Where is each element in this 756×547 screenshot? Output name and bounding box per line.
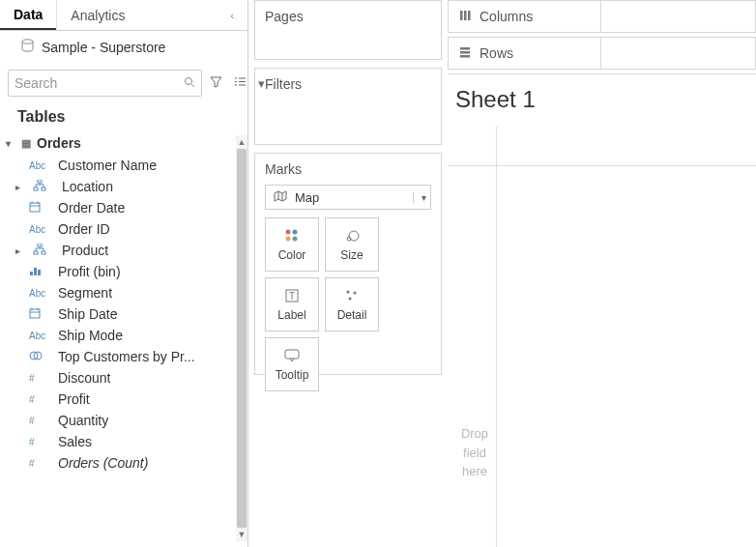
pages-card[interactable]: Pages bbox=[254, 0, 442, 60]
type-number-icon: # bbox=[29, 394, 48, 405]
mark-size-button[interactable]: Size bbox=[325, 217, 379, 272]
field-location[interactable]: ▸ Location bbox=[0, 176, 247, 197]
size-icon bbox=[343, 227, 361, 245]
svg-point-29 bbox=[293, 230, 298, 235]
caret-right-icon: ▸ bbox=[15, 245, 23, 256]
drop-field-hint: Drop field here bbox=[455, 424, 494, 481]
svg-rect-45 bbox=[460, 55, 470, 58]
scroll-down-icon[interactable]: ▼ bbox=[236, 528, 247, 541]
datasource-name: Sample - Superstore bbox=[42, 40, 165, 55]
tab-analytics-label: Analytics bbox=[71, 8, 125, 23]
tab-data[interactable]: Data bbox=[0, 0, 56, 30]
svg-rect-21 bbox=[38, 270, 41, 275]
svg-rect-11 bbox=[42, 187, 45, 190]
mark-tooltip-button[interactable]: Tooltip bbox=[265, 337, 319, 391]
field-order-date[interactable]: Order Date bbox=[0, 197, 247, 218]
tab-analytics[interactable]: Analytics ‹ bbox=[56, 0, 247, 30]
type-number-icon: # bbox=[29, 416, 48, 426]
svg-rect-22 bbox=[30, 309, 40, 318]
type-string-icon: Abc bbox=[29, 288, 48, 299]
filters-card[interactable]: Filters bbox=[254, 68, 442, 145]
search-icon bbox=[184, 76, 195, 91]
svg-point-1 bbox=[186, 77, 192, 84]
field-order-id[interactable]: Abc Order ID bbox=[0, 218, 247, 240]
field-ship-mode[interactable]: Abc Ship Mode bbox=[0, 325, 247, 346]
mark-type-dropdown[interactable]: Map ▾ bbox=[265, 185, 431, 210]
field-product[interactable]: ▸ Product bbox=[0, 240, 247, 261]
svg-point-28 bbox=[286, 230, 291, 235]
label-icon: T bbox=[283, 287, 301, 304]
map-icon bbox=[274, 190, 287, 205]
table-orders[interactable]: ▾ ▦ Orders bbox=[0, 131, 247, 155]
type-string-icon: Abc bbox=[29, 331, 48, 341]
svg-rect-9 bbox=[38, 180, 42, 183]
sheet-title[interactable]: Sheet 1 bbox=[455, 84, 756, 123]
field-orders-count[interactable]: # Orders (Count) bbox=[0, 452, 247, 474]
filters-header: Filters bbox=[255, 69, 441, 100]
detail-icon bbox=[343, 287, 361, 304]
scroll-up-icon[interactable]: ▲ bbox=[236, 135, 247, 149]
scrollbar[interactable]: ▲ ▼ bbox=[236, 135, 247, 541]
columns-icon bbox=[458, 9, 472, 25]
mark-detail-button[interactable]: Detail bbox=[325, 277, 379, 331]
mark-color-button[interactable]: Color bbox=[265, 217, 319, 272]
type-number-icon: # bbox=[29, 373, 48, 384]
field-discount[interactable]: # Discount bbox=[0, 367, 247, 389]
field-profit-bin[interactable]: Profit (bin) bbox=[0, 261, 247, 282]
svg-rect-18 bbox=[42, 251, 45, 254]
filter-icon[interactable] bbox=[206, 73, 226, 93]
datasource-row[interactable]: Sample - Superstore bbox=[0, 31, 247, 64]
svg-rect-17 bbox=[34, 251, 38, 254]
collapse-icon[interactable]: ‹ bbox=[230, 10, 234, 21]
field-customer-name[interactable]: Abc Customer Name bbox=[0, 155, 247, 176]
field-quantity[interactable]: # Quantity bbox=[0, 410, 247, 431]
caret-down-icon: ▾ bbox=[6, 138, 15, 149]
mark-label-button[interactable]: T Label bbox=[265, 277, 319, 331]
svg-rect-20 bbox=[34, 268, 37, 275]
svg-point-38 bbox=[349, 298, 352, 301]
svg-rect-41 bbox=[464, 11, 467, 20]
svg-rect-39 bbox=[285, 350, 299, 359]
color-icon bbox=[283, 227, 301, 245]
svg-point-30 bbox=[286, 237, 291, 242]
field-ship-date[interactable]: Ship Date bbox=[0, 303, 247, 325]
type-set-icon bbox=[29, 350, 48, 363]
rows-icon bbox=[458, 45, 472, 62]
svg-rect-19 bbox=[30, 272, 33, 275]
type-number-icon: # bbox=[29, 437, 48, 447]
columns-dropzone[interactable] bbox=[601, 1, 755, 32]
svg-point-37 bbox=[354, 292, 357, 295]
svg-rect-10 bbox=[34, 187, 38, 190]
tables-header: Tables bbox=[0, 102, 247, 131]
canvas-hline bbox=[448, 165, 756, 166]
field-top-customers[interactable]: Top Customers by Pr... bbox=[0, 346, 247, 367]
field-segment[interactable]: Abc Segment bbox=[0, 282, 247, 303]
svg-line-2 bbox=[191, 84, 194, 87]
type-hierarchy-icon bbox=[33, 244, 52, 257]
scroll-thumb[interactable] bbox=[237, 149, 247, 528]
chevron-down-icon: ▾ bbox=[413, 192, 426, 203]
columns-shelf[interactable]: Columns bbox=[448, 0, 756, 33]
table-name: Orders bbox=[37, 135, 81, 151]
rows-dropzone[interactable] bbox=[601, 38, 755, 69]
search-input[interactable] bbox=[15, 75, 184, 91]
type-string-icon: Abc bbox=[29, 160, 48, 171]
view-dropdown-caret[interactable]: ▾ bbox=[254, 74, 269, 93]
field-profit[interactable]: # Profit bbox=[0, 389, 247, 410]
svg-point-36 bbox=[347, 291, 350, 294]
worksheet-canvas[interactable]: Drop field here bbox=[448, 127, 756, 547]
search-box[interactable] bbox=[8, 70, 202, 97]
type-number-icon: # bbox=[29, 458, 48, 469]
rows-shelf[interactable]: Rows bbox=[448, 37, 756, 70]
svg-point-31 bbox=[293, 237, 298, 242]
view-list-icon[interactable] bbox=[230, 73, 250, 93]
canvas-vline bbox=[496, 127, 497, 547]
svg-rect-44 bbox=[460, 51, 470, 54]
svg-rect-40 bbox=[460, 11, 463, 20]
type-date-icon bbox=[29, 307, 48, 321]
svg-point-33 bbox=[349, 231, 359, 241]
columns-label: Columns bbox=[480, 9, 533, 24]
pages-header: Pages bbox=[255, 1, 441, 32]
caret-right-icon: ▸ bbox=[15, 182, 23, 192]
field-sales[interactable]: # Sales bbox=[0, 431, 247, 452]
